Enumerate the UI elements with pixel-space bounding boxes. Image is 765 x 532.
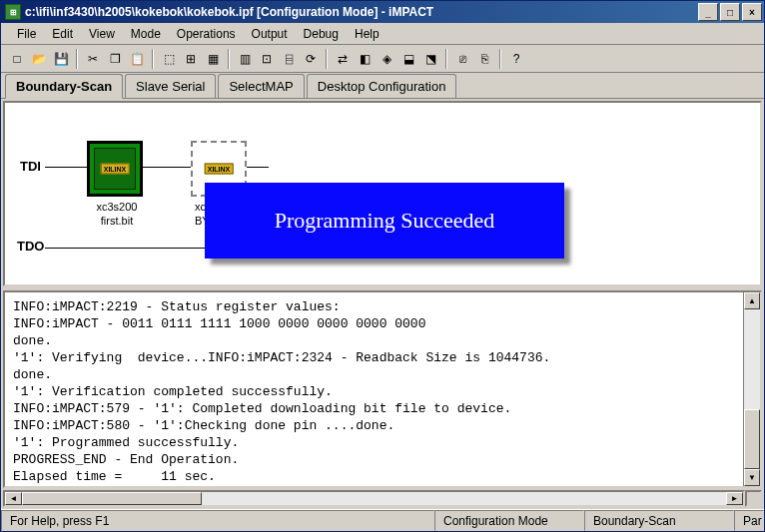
menu-output[interactable]: Output [244,25,296,43]
chip1-file: first.bit [77,215,157,227]
wire [45,248,205,249]
toolbar: □ 📂 💾 ✂ ❐ 📋 ⬚ ⊞ ▦ ▥ ⊡ ⌸ ⟳ ⇄ ◧ ◈ ⬓ ⬔ ⎚ ⎘ … [1,45,764,73]
tool-icon[interactable]: ⬚ [159,49,179,69]
copy-icon[interactable]: ❐ [105,49,125,69]
wire [247,167,269,168]
statusbar: For Help, press F1 Configuration Mode Bo… [1,509,764,531]
device-chip-1[interactable]: XILINX [87,141,143,197]
status-help: For Help, press F1 [1,510,434,531]
tool-icon[interactable]: ⊡ [257,49,277,69]
separator [326,49,328,69]
scroll-thumb[interactable] [744,409,760,469]
separator [152,49,154,69]
log-panel: INFO:iMPACT:2219 - Status register value… [3,290,762,488]
tdi-label: TDI [20,159,41,174]
menu-file[interactable]: File [9,25,44,43]
status-mode: Configuration Mode [434,510,584,531]
resize-grip[interactable] [745,490,762,507]
status-banner: Programming Succeeded [205,183,564,259]
tab-selectmap[interactable]: SelectMAP [218,74,304,98]
new-icon[interactable]: □ [7,49,27,69]
scroll-up-icon[interactable]: ▲ [744,292,760,309]
wire [45,167,87,168]
scroll-right-icon[interactable]: ► [726,492,743,505]
status-scan: Boundary-Scan [584,510,734,531]
tab-desktop-config[interactable]: Desktop Configuration [307,74,457,98]
separator [228,49,230,69]
tool-icon[interactable]: ⎘ [474,49,494,69]
tool-icon[interactable]: ⬔ [420,49,440,69]
tab-slave-serial[interactable]: Slave Serial [125,74,216,98]
scroll-left-icon[interactable]: ◄ [5,492,22,505]
tool-icon[interactable]: ◧ [355,49,375,69]
separator [76,49,78,69]
menu-debug[interactable]: Debug [296,25,347,43]
tool-icon[interactable]: ⇄ [333,49,353,69]
tdo-label: TDO [17,239,44,254]
tool-icon[interactable]: ⊞ [181,49,201,69]
tabstrip: Boundary-Scan Slave Serial SelectMAP Des… [1,73,764,99]
tool-icon[interactable]: ⬓ [398,49,418,69]
wire [143,167,191,168]
close-button[interactable]: × [742,3,762,21]
help-icon[interactable]: ? [506,49,526,69]
titlebar: ⊞ c:\ifi\inf3430\h2005\kokebok\kokebok.i… [1,1,764,23]
tool-icon[interactable]: ◈ [377,49,396,69]
menu-view[interactable]: View [81,25,123,43]
menubar: File Edit View Mode Operations Output De… [1,23,764,45]
tool-icon[interactable]: ⟳ [301,49,321,69]
tool-icon[interactable]: ▦ [203,49,223,69]
scroll-track[interactable] [744,309,760,469]
save-icon[interactable]: 💾 [51,49,71,69]
maximize-button[interactable]: □ [720,3,740,21]
scroll-track[interactable] [22,492,726,505]
separator [445,49,447,69]
app-window: ⊞ c:\ifi\inf3430\h2005\kokebok\kokebok.i… [0,0,765,532]
menu-mode[interactable]: Mode [123,25,169,43]
menu-edit[interactable]: Edit [44,25,81,43]
chip1-name: xc3s200 [77,201,157,213]
paste-icon[interactable]: 📋 [127,49,147,69]
status-extra: Par [734,510,764,531]
cut-icon[interactable]: ✂ [83,49,103,69]
tool-icon[interactable]: ▥ [235,49,255,69]
scroll-thumb[interactable] [22,492,202,505]
tool-icon[interactable]: ⌸ [279,49,299,69]
window-title: c:\ifi\inf3430\h2005\kokebok\kokebok.ipf… [25,5,696,19]
vertical-scrollbar[interactable]: ▲ ▼ [743,292,760,486]
separator [499,49,501,69]
tool-icon[interactable]: ⎚ [452,49,472,69]
app-icon: ⊞ [5,4,21,20]
menu-operations[interactable]: Operations [169,25,244,43]
log-output[interactable]: INFO:iMPACT:2219 - Status register value… [5,292,743,486]
xilinx-logo-icon: XILINX [101,164,130,175]
menu-help[interactable]: Help [347,25,387,43]
tab-boundary-scan[interactable]: Boundary-Scan [5,74,123,99]
xilinx-logo-icon: XILINX [205,164,234,175]
banner-text: Programming Succeeded [275,208,495,234]
open-icon[interactable]: 📂 [29,49,49,69]
minimize-button[interactable]: _ [698,3,718,21]
horizontal-scrollbar[interactable]: ◄ ► [3,490,745,507]
scan-canvas[interactable]: TDI TDO XILINX xc3s200 first.bit XILINX … [3,101,762,286]
scroll-down-icon[interactable]: ▼ [744,469,760,486]
